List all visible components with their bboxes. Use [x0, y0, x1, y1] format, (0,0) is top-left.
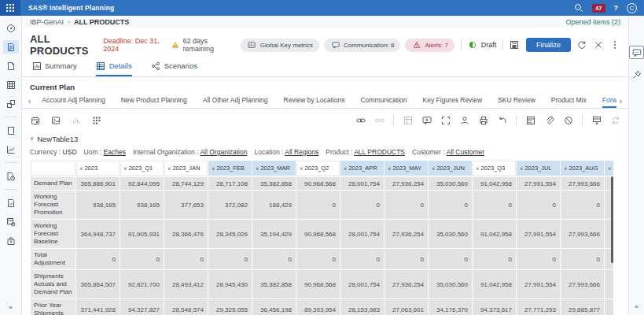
grid-cell[interactable]: 0 [252, 249, 296, 269]
rail-item-pin-icon[interactable] [631, 69, 642, 83]
filter-value[interactable]: ALL PRODUCTS [354, 148, 405, 156]
nav-item-table-gear-icon[interactable] [3, 215, 19, 228]
person-icon[interactable] [459, 115, 469, 125]
tab-summary[interactable]: Summary [31, 61, 77, 76]
grid-cell[interactable]: 35,382,858 [252, 270, 296, 298]
grid-cell[interactable]: 0 [473, 249, 516, 269]
sheet-tab[interactable]: Product Mix [551, 94, 587, 108]
column-header[interactable]: ∨2023_FEB [208, 161, 252, 176]
grid-cell[interactable]: 0 [76, 249, 120, 269]
nav-item-file-clock-icon[interactable] [3, 169, 19, 183]
search-icon[interactable] [573, 3, 583, 13]
column-header[interactable]: ∨2023_JUN [429, 161, 472, 176]
link-off-icon[interactable] [374, 115, 385, 125]
filter-value[interactable]: All Customer [447, 148, 485, 156]
comment-add-icon[interactable] [421, 115, 432, 125]
column-header[interactable]: ∧2023_Q1 [120, 161, 164, 176]
column-header[interactable]: ∨2023_JAN [164, 161, 208, 176]
grid-cell[interactable]: 365,886,901 [76, 176, 120, 190]
grid-cell[interactable]: 27,063,601 [385, 299, 428, 315]
tab-details[interactable]: Details [96, 61, 132, 76]
grid-cell[interactable]: 0 [164, 249, 208, 269]
row-label[interactable]: Working Forecast Promotion [31, 191, 75, 219]
grid-cell[interactable]: 28,345,026 [208, 220, 252, 248]
grid-cell[interactable]: 371,441,928 [76, 299, 120, 315]
save-table-icon[interactable] [591, 115, 602, 125]
refresh-button[interactable] [577, 40, 587, 50]
communication-badge[interactable]: Communication: 8 [324, 39, 400, 52]
sheet-tab[interactable]: Account Adj Planning [42, 94, 105, 108]
grid-cell[interactable]: 0 [561, 191, 604, 219]
table-title[interactable]: ∨ NewTable13 [22, 132, 628, 145]
grid-cell[interactable]: 364,948,737 [76, 220, 120, 248]
grid-cell[interactable]: 27,991,554 [517, 176, 560, 190]
grid-cell[interactable]: 377,653 [164, 191, 208, 219]
grid-cell[interactable]: 0 [120, 249, 164, 269]
attach-icon[interactable] [544, 115, 554, 125]
grid-cell[interactable]: 35,194,429 [252, 220, 296, 248]
sheet-tab[interactable]: Communication [360, 94, 407, 108]
grid-cell[interactable]: 27,936,254 [385, 220, 428, 248]
filter-value[interactable]: All Organization [200, 148, 247, 156]
sheet-tab[interactable]: Key Figures Review [423, 94, 483, 108]
grid-cell[interactable]: 0 [385, 191, 428, 219]
tab-scenarios[interactable]: Scenarios [151, 61, 197, 76]
grid-cell[interactable]: 28,546,574 [164, 299, 208, 315]
grid-cell[interactable]: 28,945,430 [208, 270, 252, 298]
breadcrumb-app[interactable]: IBP-GenAI [30, 18, 64, 26]
opened-items-link[interactable]: Opened items (2) [565, 18, 620, 26]
sheet-tab[interactable]: SKU Review [498, 94, 535, 108]
link-icon[interactable] [355, 115, 366, 125]
expand-icon[interactable] [440, 115, 451, 125]
grid-cell[interactable]: 90,968,568 [296, 220, 340, 248]
grid-cell[interactable]: 91,042,958 [473, 176, 516, 190]
grid-cell[interactable]: 27,771,293 [517, 299, 560, 315]
grid-cell[interactable]: 0 [296, 191, 340, 219]
grid-cell[interactable]: 28,366,476 [164, 220, 208, 248]
grid-cell[interactable]: 27,993,666 [561, 176, 604, 190]
row-label[interactable]: Shipments Actuals and Demand Plan [31, 270, 75, 298]
print-icon[interactable] [478, 115, 488, 125]
row-label[interactable]: Working Forecast Baseline [31, 220, 75, 248]
grid-cell[interactable]: 0 [429, 191, 472, 219]
grid-cell[interactable]: 0 [340, 249, 384, 269]
grid-cell[interactable]: 27,993,666 [561, 220, 604, 248]
grid-cell[interactable]: 28,744,129 [164, 176, 208, 190]
grid-cell[interactable]: 89,393,954 [296, 299, 340, 315]
grid-cell[interactable]: 28,001,754 [340, 220, 384, 248]
grid-cell[interactable]: 0 [296, 249, 340, 269]
nav-item-grid-table-icon[interactable] [3, 78, 19, 91]
grid-cell[interactable]: 90,968,568 [296, 270, 340, 298]
nav-item-dashboard-icon[interactable] [3, 21, 19, 35]
grid-dots-icon[interactable] [91, 115, 101, 125]
grid-cell[interactable]: 27,993,666 [561, 270, 604, 298]
grid-cell[interactable]: 91,042,958 [473, 270, 516, 298]
grid-cell[interactable]: 90,968,568 [296, 176, 340, 190]
grid-cell[interactable]: 92,821,700 [120, 270, 164, 298]
grid-cell[interactable]: 94,373,617 [473, 299, 516, 315]
grid-cell[interactable]: 938,165 [120, 191, 164, 219]
grid-cell[interactable]: 0 [208, 249, 252, 269]
nav-expand-button[interactable]: » [9, 304, 12, 311]
grid-cell[interactable]: 28,001,754 [340, 270, 384, 298]
grid-cell[interactable]: 29,325,055 [208, 299, 252, 315]
column-header[interactable]: ∨2023_AUG [561, 161, 604, 176]
grid-cell[interactable]: 28,717,108 [208, 176, 252, 190]
grid-cell[interactable]: 94,327,827 [120, 299, 164, 315]
sheet-tab[interactable]: All Other Adj Planning [203, 94, 268, 108]
nav-item-cubes-icon[interactable] [3, 97, 19, 110]
column-header[interactable]: ∧2023_Q2 [296, 161, 340, 176]
undo-icon[interactable] [497, 115, 507, 125]
sheet-tab[interactable]: Review by Locations [284, 94, 345, 108]
grid-cell[interactable]: 28,153,983 [340, 299, 384, 315]
column-header[interactable]: ∨2023_APR [340, 161, 384, 176]
grid-cell[interactable]: 0 [429, 249, 472, 269]
overflow-menu-button[interactable] [610, 40, 620, 50]
alerts-badge[interactable]: Alerts: 7 [405, 39, 454, 52]
grid-cell[interactable]: 92,844,095 [120, 176, 164, 190]
nav-item-box-upload-icon[interactable] [3, 234, 19, 247]
nav-item-chart-icon[interactable] [3, 143, 19, 156]
grid-cell[interactable]: 91,042,958 [473, 220, 516, 248]
column-header[interactable]: ∧2023 [76, 161, 120, 176]
grid-cell[interactable]: 27,991,554 [517, 270, 560, 298]
